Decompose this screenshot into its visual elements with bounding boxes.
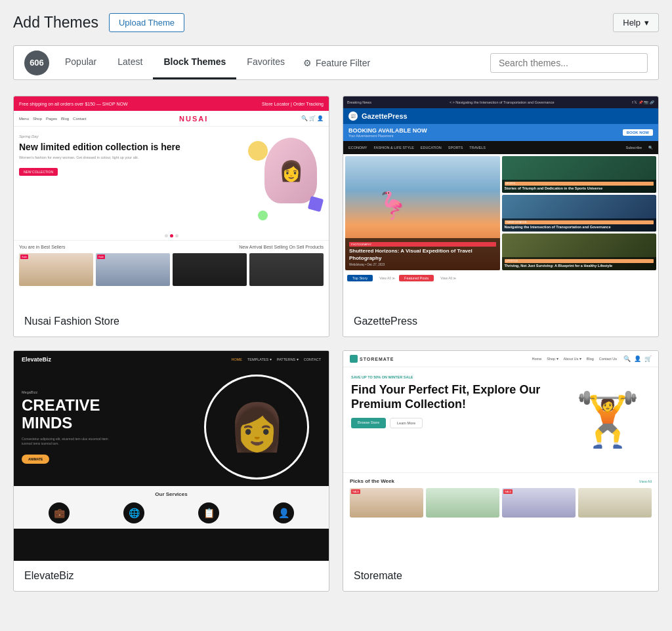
elevate-hero-text: MegaBizz CREATIVEMINDS Consectetur adipi… [22,390,321,464]
theme-card-nusai[interactable]: Free shipping on all orders over $150 — … [13,96,329,337]
gazette-side-story-1: SPORTS Stories of Triumph and Dedication… [502,156,657,193]
gazette-booking-text: BOOKING AVAILABLE NOW Your Advertisement… [348,127,427,138]
storemate-pick-3: SALE [502,488,576,518]
gazette-top-story-btn: Top Story [347,275,373,281]
nusai-shape-square [308,196,324,212]
chevron-down-icon: ▾ [644,18,649,28]
nusai-cta-button: NEW COLLECTION [19,168,58,176]
nusai-hero-tag: Spring Day [19,134,240,138]
tab-popular[interactable]: Popular [54,46,107,79]
storemate-nav-contact: Contact Us [599,357,617,361]
nusai-hero-images [245,134,324,224]
elevate-nav: ElevateBiz HOME TEMPLATES ▾ PATTERNS ▾ C… [14,351,329,368]
storemate-hero: SAVE UP TO 50% ON WINTER SALE Find Your … [343,367,658,472]
gazette-side-story-3: LIFESTYLE Thriving, Not Just Surviving: … [502,234,657,270]
nusai-nav: Menu Shop Pages Blog Contact NUSAI 🔍 🛒 👤 [14,111,329,127]
elevate-service-icon-1: 💼 [49,502,70,523]
storemate-theme-name: Storemate [343,561,658,591]
page-title: Add Themes [13,14,98,31]
storemate-search-icon: 🔍 [623,356,631,362]
storemate-learn-btn: Learn More [390,418,423,428]
nusai-products: Sale Sale [19,253,324,286]
gazette-logo-icon: 📰 [348,112,358,121]
elevate-service-icon-4: 👤 [273,502,294,523]
storemate-pick-4 [578,488,652,518]
gazette-footer-bar: Top Story View All ≫ Featured Posts View… [343,272,658,284]
upload-theme-button[interactable]: Upload Theme [109,13,184,32]
storemate-picks-grid: SALE SALE [350,488,652,518]
storemate-picks-header: Picks of the Week View All [350,478,652,484]
help-button[interactable]: Help ▾ [613,13,659,32]
gazette-side-tag-1: SPORTS [505,182,654,186]
storemate-logo-text: STOREMATE [360,357,394,361]
gazette-nav-sports: SPORTS [448,146,463,150]
storemate-sale-tag: SAVE UP TO 50% ON WINTER SALE [351,375,557,379]
tab-latest[interactable]: Latest [107,46,153,79]
gazette-story-meta: Webdotway • Dec 27, 2023 [349,263,496,266]
storemate-nav: STOREMATE Home Shop ▾ About Us ▾ Blog Co… [343,351,658,367]
tab-favorites[interactable]: Favorites [236,46,295,79]
gazette-story-overlay: PHOTOGRAPHY Shuttered Horizons: A Visual… [345,238,500,270]
page-wrapper: Add Themes Upload Theme Help ▾ 606 Popul… [0,0,672,605]
feature-filter[interactable]: ⚙ Feature Filter [295,47,378,79]
elevate-service-icon-3: 📋 [198,502,219,523]
theme-preview-nusai: Free shipping on all orders over $150 — … [14,96,329,306]
gazette-nav-education: EDUCATION [421,146,442,150]
search-input[interactable] [490,53,648,73]
gazette-side-tag-3: LIFESTYLE [505,259,654,263]
gazette-view-all-1: View All ≫ [379,276,395,281]
gazette-nav-economy: ECONOMY [348,146,367,150]
elevate-hero: MegaBizz CREATIVEMINDS Consectetur adipi… [14,368,329,486]
elevate-nav-links: HOME TEMPLATES ▾ PATTERNS ▾ CONTACT [231,357,321,361]
theme-preview-gazette: Breaking News < > Navigating the Interse… [343,96,658,306]
nusai-topbar: Free shipping on all orders over $150 — … [14,96,329,111]
tab-block-themes[interactable]: Block Themes [153,46,236,79]
storemate-sale-badge-3: SALE [503,489,513,494]
nusai-model-image [264,138,317,203]
gazette-side-title-2: Navigating the Intersection of Transport… [505,225,654,230]
nusai-shape-circle [248,141,268,161]
gazette-main-story: PHOTOGRAPHY Shuttered Horizons: A Visual… [345,156,500,270]
theme-card-storemate[interactable]: STOREMATE Home Shop ▾ About Us ▾ Blog Co… [343,350,659,592]
nusai-product-4 [249,253,324,286]
nusai-bestsellers-title: You are in Best Sellers [19,245,66,249]
nusai-promo-text: Free shipping on all orders over $150 — … [19,102,128,106]
elevate-service-icons: 💼 🌐 📋 👤 [22,502,321,523]
theme-preview-storemate: STOREMATE Home Shop ▾ About Us ▾ Blog Co… [343,351,658,561]
storemate-nav-home: Home [532,357,542,361]
page-header: Add Themes Upload Theme Help ▾ [13,13,659,32]
gazette-side-tag-2: TRANSPORTATION [505,220,654,224]
nusai-hero-title: New limited edition collection is here [19,141,240,153]
theme-card-elevate[interactable]: ElevateBiz HOME TEMPLATES ▾ PATTERNS ▾ C… [13,350,329,592]
storemate-account-icon: 👤 [634,356,641,362]
storemate-nav-icons: 🔍 👤 🛒 [623,356,652,362]
nav-bar: 606 Popular Latest Block Themes Favorite… [13,45,659,80]
gazette-topbar: Breaking News < > Navigating the Interse… [343,96,658,108]
gazette-content: PHOTOGRAPHY Shuttered Horizons: A Visual… [343,154,658,272]
elevate-preview-content: ElevateBiz HOME TEMPLATES ▾ PATTERNS ▾ C… [14,351,329,561]
storemate-logo-icon [350,355,358,363]
storemate-hero-text: SAVE UP TO 50% ON WINTER SALE Find Your … [351,375,557,464]
storemate-nav-about: About Us ▾ [564,357,581,361]
nusai-store-links: Store Locator | Order Tracking [262,102,324,106]
gazette-breaking-news: Breaking News [347,100,371,104]
gazette-nav-travels: TRAVELS [469,146,486,150]
gazette-nav: ECONOMY FASHION & LIFE STYLE EDUCATION S… [343,141,658,154]
storemate-preview-content: STOREMATE Home Shop ▾ About Us ▾ Blog Co… [343,351,658,561]
gazette-booking-title: BOOKING AVAILABLE NOW [348,127,427,134]
nusai-newarrival-title: New Arrival Best Selling On Sell Product… [239,245,324,249]
gazette-preview-content: Breaking News < > Navigating the Interse… [343,96,658,306]
nusai-hero: Spring Day New limited edition collectio… [14,127,329,232]
elevate-tagline: MegaBizz [22,390,321,394]
gazette-side-overlay-1: SPORTS Stories of Triumph and Dedication… [502,180,657,193]
elevate-services: Our Services 💼 🌐 📋 [14,486,329,529]
theme-card-gazette[interactable]: Breaking News < > Navigating the Interse… [343,96,659,337]
elevate-hero-title: CREATIVEMINDS [22,397,321,432]
elevate-services-title: Our Services [22,491,321,497]
gazette-side-title-3: Thriving, Not Just Surviving: A Blueprin… [505,264,654,268]
elevate-service-icon-2: 🌐 [123,502,144,523]
theme-preview-elevate: ElevateBiz HOME TEMPLATES ▾ PATTERNS ▾ C… [14,351,329,561]
storemate-browse-btn: Browse Store [351,418,386,428]
help-label: Help [623,18,640,28]
gazette-search-icon: 🔍 [648,146,653,150]
